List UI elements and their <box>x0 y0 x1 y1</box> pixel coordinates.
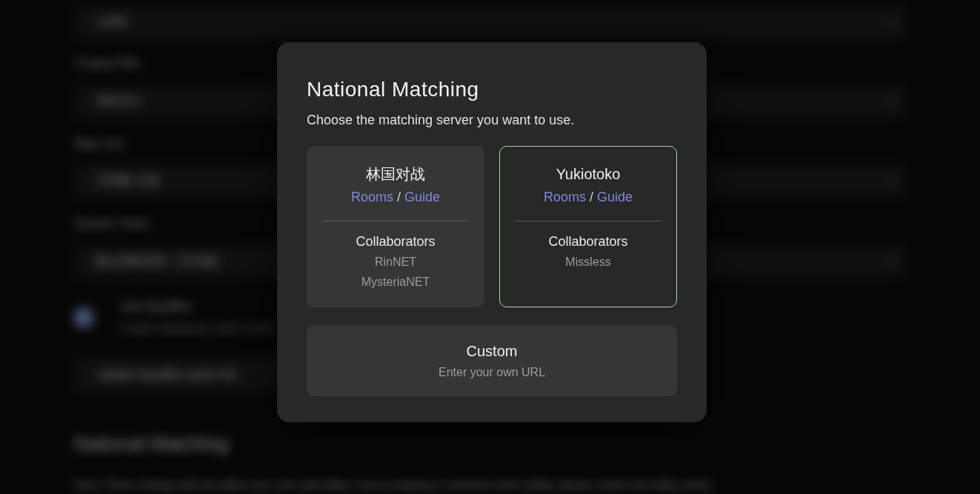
server-links: Rooms / Guide <box>500 187 676 207</box>
server-card-list: 林国对战 Rooms / Guide Collaborators RinNET … <box>307 146 677 307</box>
server-name: Yukiotoko <box>500 163 676 185</box>
link-separator: / <box>586 190 597 204</box>
collaborator-name: MysteriaNET <box>307 273 484 291</box>
page: LANS › Trophy/Title WACCA › Map icon 天界路… <box>0 0 980 494</box>
national-matching-dialog: National Matching Choose the matching se… <box>277 42 707 422</box>
card-divider <box>515 221 661 221</box>
custom-server-card[interactable]: Custom Enter your own URL <box>307 325 677 396</box>
dialog-title: National Matching <box>307 76 677 104</box>
custom-card-subtitle: Enter your own URL <box>439 364 545 381</box>
collaborators-heading: Collaborators <box>500 232 676 251</box>
collaborator-name: Missless <box>500 253 676 271</box>
collaborators-heading: Collaborators <box>307 232 484 251</box>
server-card-linguo[interactable]: 林国对战 Rooms / Guide Collaborators RinNET … <box>307 146 484 307</box>
dialog-subtitle: Choose the matching server you want to u… <box>307 111 677 129</box>
server-card-yukiotoko-selected[interactable]: Yukiotoko Rooms / Guide Collaborators Mi… <box>499 146 677 307</box>
rooms-link[interactable]: Rooms <box>544 190 586 204</box>
guide-link[interactable]: Guide <box>404 190 440 204</box>
card-divider <box>322 221 469 221</box>
rooms-link[interactable]: Rooms <box>351 190 393 204</box>
link-separator: / <box>393 190 404 204</box>
server-links: Rooms / Guide <box>307 187 484 207</box>
guide-link[interactable]: Guide <box>597 190 633 204</box>
custom-card-title: Custom <box>467 341 518 361</box>
collaborator-name: RinNET <box>307 253 484 271</box>
server-name: 林国对战 <box>307 163 484 185</box>
